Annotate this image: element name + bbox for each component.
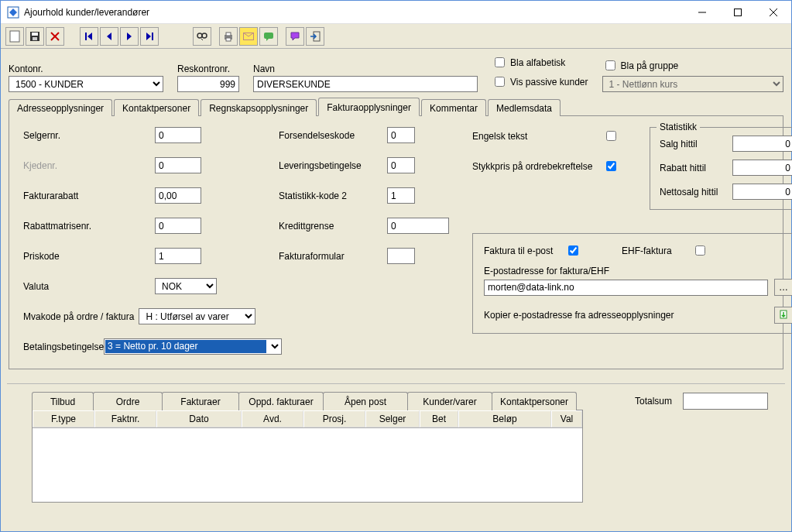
svg-rect-8 <box>33 37 37 40</box>
valuta-select[interactable]: NOK <box>155 278 217 294</box>
delete-button[interactable] <box>46 27 64 46</box>
tab-kontakt[interactable]: Kontaktpersoner <box>114 99 199 116</box>
rabatt-input[interactable] <box>732 160 792 176</box>
selgernr-label: Selgernr. <box>23 130 155 141</box>
epost-addr-input[interactable] <box>484 280 768 296</box>
svg-rect-17 <box>226 33 231 36</box>
kontonr-label: Kontonr. <box>9 63 163 74</box>
header-fields: Kontonr. 1500 - KUNDER Reskontronr. Navn… <box>9 55 783 92</box>
tab-regnskap[interactable]: Regnskapsopplysninger <box>201 99 317 116</box>
salg-input[interactable] <box>732 136 792 152</box>
subtab-kundervarer[interactable]: Kunder/varer <box>407 392 492 410</box>
subtab-fakturaer[interactable]: Fakturaer <box>162 392 239 410</box>
ehf-checkbox[interactable]: EHF-faktura <box>622 243 708 258</box>
new-button[interactable] <box>5 27 24 46</box>
sub-tabs: Tilbud Ordre Fakturaer Oppd. fakturaer Å… <box>32 392 577 410</box>
col-prosj[interactable]: Prosj. <box>303 410 365 427</box>
reskontronr-input[interactable] <box>177 76 239 92</box>
fakturarabatt-label: Fakturarabatt <box>23 190 155 201</box>
stat2-input[interactable] <box>387 187 415 204</box>
bla-alfabetisk-checkbox[interactable]: Bla alfabetisk <box>492 55 588 70</box>
subtab-apen[interactable]: Åpen post <box>323 392 408 410</box>
kreditt-input[interactable] <box>387 218 449 234</box>
rabattmatrisenr-input[interactable] <box>155 218 201 234</box>
salg-label: Salg hittil <box>660 139 732 149</box>
tab-faktura[interactable]: Fakturaopplysninger <box>318 98 420 116</box>
vis-passive-checkbox[interactable]: Vis passive kunder <box>492 74 588 89</box>
tab-adresse[interactable]: Adresseopplysninger <box>9 99 112 116</box>
col-bet[interactable]: Bet <box>420 410 458 427</box>
statistikk-title: Statistikk <box>657 122 700 132</box>
faktura-panel: Selgernr. Kjedenr. Fakturarabatt Rabattm… <box>9 116 783 369</box>
gruppe-select[interactable]: 1 - Nettlønn kurs <box>602 76 784 92</box>
print-button[interactable] <box>219 27 238 46</box>
window-controls <box>684 1 791 23</box>
mvakode-select[interactable]: H : Utførsel av varer <box>139 308 255 324</box>
sms-button[interactable] <box>259 27 278 46</box>
svg-rect-5 <box>10 31 19 42</box>
levering-input[interactable] <box>387 157 415 173</box>
kjedenr-input[interactable] <box>155 157 201 173</box>
kopier-button[interactable] <box>774 307 792 324</box>
first-button[interactable] <box>80 27 98 46</box>
epost-addr-label: E-postadresse for faktura/EHF <box>484 266 792 276</box>
col-belop[interactable]: Beløp <box>458 410 551 427</box>
statistikk-group: Statistikk Salg hittil Rabatt hittil Net… <box>650 127 792 210</box>
subtab-tilbud[interactable]: Tilbud <box>32 392 94 410</box>
selgernr-input[interactable] <box>155 127 201 143</box>
close-button[interactable] <box>756 1 791 23</box>
svg-rect-20 <box>264 33 273 39</box>
epost-browse-button[interactable]: … <box>774 279 792 296</box>
col-ftype[interactable]: F.type <box>33 410 94 427</box>
col-faktnr[interactable]: Faktnr. <box>94 410 156 427</box>
fform-label: Fakturaformular <box>279 251 387 262</box>
maximize-button[interactable] <box>720 1 756 23</box>
col-val[interactable]: Val <box>551 410 582 427</box>
divider <box>7 383 785 384</box>
tab-medlem[interactable]: Medlemsdata <box>488 99 561 116</box>
nettosalg-label: Nettosalg hittil <box>660 187 732 197</box>
kjedenr-label: Kjedenr. <box>23 160 155 171</box>
kreditt-label: Kredittgrense <box>279 221 387 232</box>
grid-body[interactable] <box>33 428 582 502</box>
svg-rect-18 <box>226 38 231 41</box>
fform-input[interactable] <box>387 248 415 264</box>
betaling-select[interactable]: 3 = Netto pr. 10 dager <box>104 338 282 355</box>
bottom-area: Tilbud Ordre Fakturaer Oppd. fakturaer Å… <box>9 392 783 503</box>
navn-input[interactable] <box>253 76 478 92</box>
next-button[interactable] <box>120 27 139 46</box>
subtab-ordre[interactable]: Ordre <box>93 392 163 410</box>
kontonr-select[interactable]: 1500 - KUNDER <box>9 76 163 92</box>
titlebar: Ajourhold kunder/leverandører <box>1 1 791 24</box>
content-area: Kontonr. 1500 - KUNDER Reskontronr. Navn… <box>1 49 791 531</box>
faktura-epost-checkbox[interactable]: Faktura til e-post <box>484 243 615 258</box>
exit-button[interactable] <box>306 27 324 46</box>
col-selger[interactable]: Selger <box>365 410 420 427</box>
save-button[interactable] <box>26 27 44 46</box>
subtab-oppd[interactable]: Oppd. fakturaer <box>238 392 324 410</box>
svg-rect-7 <box>32 33 38 36</box>
col-dato[interactable]: Dato <box>156 410 242 427</box>
search-button[interactable] <box>193 27 211 46</box>
subtab-kontakt[interactable]: Kontaktpersoner <box>492 392 577 410</box>
bla-gruppe-checkbox[interactable]: Bla på gruppe <box>602 58 784 73</box>
last-button[interactable] <box>140 27 159 46</box>
priskode-input[interactable] <box>155 248 201 264</box>
prev-button[interactable] <box>100 27 118 46</box>
stykkpris-checkbox[interactable]: Stykkpris på ordrebekreftelse <box>472 159 619 173</box>
col-avd[interactable]: Avd. <box>242 410 303 427</box>
fakturarabatt-input[interactable] <box>155 187 201 204</box>
minimize-button[interactable] <box>684 1 720 23</box>
levering-label: Leveringsbetingelse <box>279 160 387 171</box>
forsend-input[interactable] <box>387 127 415 143</box>
forsend-label: Forsendelseskode <box>279 130 387 141</box>
nettosalg-input[interactable] <box>732 184 792 200</box>
totalsum-input[interactable] <box>683 393 768 410</box>
mail-button[interactable] <box>239 27 258 46</box>
help-button[interactable] <box>286 27 304 46</box>
tab-kommentar[interactable]: Kommentar <box>421 99 486 116</box>
engelsk-checkbox[interactable]: Engelsk tekst <box>472 129 619 143</box>
reskontronr-label: Reskontronr. <box>177 63 239 74</box>
kopier-label: Kopier e-postadresse fra adresseopplysni… <box>484 310 768 321</box>
svg-line-15 <box>201 39 203 40</box>
